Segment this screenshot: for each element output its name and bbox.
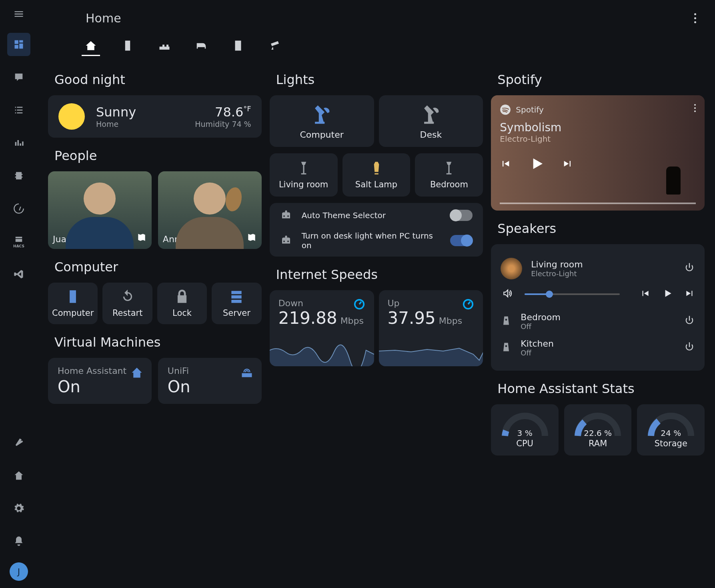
speakers-card: Living room Electro-Light Bedroom [491,244,705,371]
header-menu-button[interactable] [687,10,703,26]
speaker-kitchen[interactable]: Kitchen Off [501,335,695,361]
speaker-icon [501,315,512,328]
map-icon [246,232,257,244]
volume-icon[interactable] [502,288,513,300]
tab-living-room[interactable] [155,36,174,56]
speed-value: 37.95 [388,308,436,328]
stat-cpu[interactable]: 3 % CPU [491,404,559,456]
tab-home[interactable] [82,36,100,56]
robot-icon [280,209,292,221]
stat-value: 24 % [661,428,681,438]
play-button[interactable] [529,156,545,173]
speaker-name: Bedroom [521,312,561,322]
stat-name: Storage [655,439,687,448]
person-card-juan[interactable]: Juan [48,171,152,249]
speed-up-card[interactable]: Up 37.95Mbps [379,290,483,366]
app-sidebar: HACS J [0,0,38,588]
speed-label: Down [278,298,365,308]
speeds-heading: Internet Speeds [276,267,483,282]
weather-sunny-icon [58,103,85,130]
restart-icon [120,289,135,304]
nav-energy[interactable] [7,197,30,220]
light-bedroom[interactable]: Bedroom [415,153,483,197]
nav-logbook[interactable] [7,98,30,122]
spotify-menu-button[interactable] [694,104,696,112]
next-track-button[interactable] [685,288,695,300]
light-living-room[interactable]: Living room [270,153,338,197]
svg-rect-0 [242,374,251,377]
server-button[interactable]: Server [212,283,261,324]
desk-lamp-icon [310,102,333,126]
lava-lamp-icon [369,161,384,176]
speed-down-card[interactable]: Down 219.88Mbps [270,290,374,366]
speed-unit: Mbps [439,316,462,326]
nav-map-marker[interactable] [7,66,30,89]
speed-unit: Mbps [340,316,364,326]
lock-button[interactable]: Lock [157,283,207,324]
stat-value: 22.6 % [584,428,612,438]
weather-card[interactable]: Sunny Home 78.6°F Humidity 74 % [48,95,262,138]
people-heading: People [54,148,262,163]
next-track-button[interactable] [562,158,573,171]
spotify-heading: Spotify [497,72,705,87]
previous-track-button[interactable] [500,158,511,171]
lights-heading: Lights [276,72,483,87]
light-label: Desk [420,130,442,140]
automation-toggle[interactable] [450,210,473,221]
spotify-icon [500,104,511,115]
tab-server[interactable] [118,36,137,56]
power-button[interactable] [684,341,695,354]
router-icon [241,367,253,380]
hacs-label: HACS [13,244,24,248]
restart-button[interactable]: Restart [102,283,152,324]
automation-row-theme[interactable]: Auto Theme Selector [280,209,473,221]
light-salt-lamp[interactable]: Salt Lamp [342,153,411,197]
speaker-bedroom[interactable]: Bedroom Off [501,308,695,335]
stat-name: RAM [589,439,607,448]
speed-label: Up [388,298,475,308]
lock-icon [174,289,190,304]
tab-security[interactable] [266,36,284,56]
nav-notifications[interactable] [7,530,30,553]
avatar-initial: J [18,567,20,577]
nav-history[interactable] [7,131,30,155]
volume-slider[interactable] [525,293,620,295]
speaker-living-room[interactable]: Living room Electro-Light [501,254,695,283]
power-button[interactable] [684,262,695,275]
speaker-name: Kitchen [521,339,554,349]
spotify-progress-bar[interactable] [500,203,696,204]
light-computer[interactable]: Computer [270,95,374,147]
nav-settings[interactable] [7,497,30,520]
spotify-card[interactable]: Spotify Symbolism Electro-Light [491,95,705,211]
computer-button[interactable]: Computer [48,283,98,324]
person-card-ann[interactable]: Ann [158,171,262,249]
stat-storage[interactable]: 24 % Storage [637,404,705,456]
nav-developer[interactable] [7,164,30,187]
sidebar-menu-button[interactable] [10,5,28,23]
automation-row-desklight[interactable]: Turn on desk light when PC turns on [280,231,473,250]
nav-studio-code[interactable] [7,263,30,286]
light-label: Salt Lamp [355,180,397,189]
light-desk[interactable]: Desk [379,95,483,147]
previous-track-button[interactable] [640,288,650,300]
nav-dashboard[interactable] [7,33,30,56]
vm-state: On [58,377,142,396]
stat-ram[interactable]: 22.6 % RAM [564,404,632,456]
tab-kitchen[interactable] [229,36,247,56]
automation-toggle[interactable] [450,235,473,246]
vm-card-home-assistant[interactable]: Home Assistant On [48,358,152,404]
nav-supervisor[interactable] [7,464,30,487]
power-button[interactable] [684,315,695,328]
light-label: Bedroom [430,180,468,189]
vm-card-unifi[interactable]: UniFi On [158,358,262,404]
computer-heading: Computer [54,259,262,275]
spotify-artist: Electro-Light [500,134,696,144]
play-button[interactable] [662,288,673,300]
nav-hacs[interactable]: HACS [7,230,30,253]
nav-dev-tools[interactable] [7,431,30,454]
sparkline [379,342,483,366]
weather-condition: Sunny [96,104,136,120]
spotify-app-label: Spotify [516,105,544,114]
tab-bedroom[interactable] [192,36,210,56]
user-avatar[interactable]: J [10,562,28,581]
